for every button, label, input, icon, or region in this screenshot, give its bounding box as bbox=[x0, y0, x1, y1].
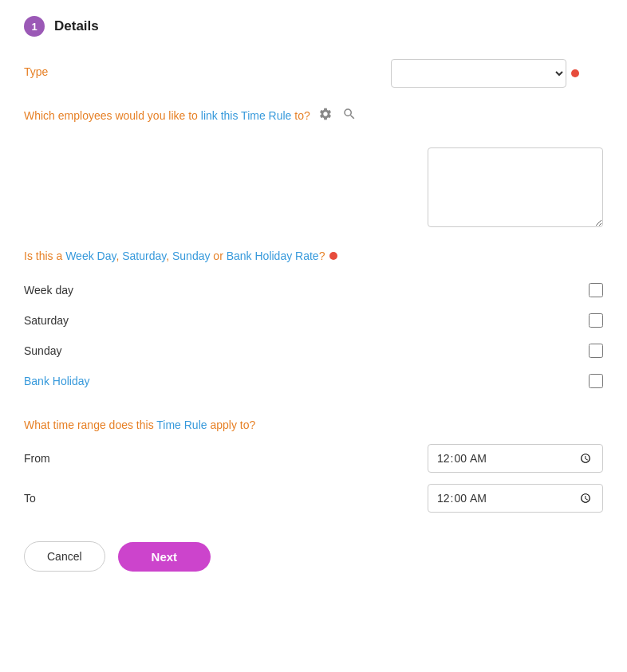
employees-question: Which employees would you like to link t… bbox=[24, 105, 603, 125]
checkboxes-group: Week day Saturday Sunday Bank Holiday bbox=[24, 275, 603, 396]
time-range-question: What time range does this Time Rule appl… bbox=[24, 419, 603, 431]
next-button[interactable]: Next bbox=[118, 542, 211, 572]
day-rate-question-text: Is this a Week Day, Saturday, Sunday or … bbox=[24, 250, 325, 262]
step-header: 1 Details bbox=[24, 16, 603, 37]
to-label: To bbox=[24, 492, 391, 505]
gear-icon bbox=[318, 107, 333, 124]
saturday-link: Saturday bbox=[122, 250, 166, 262]
bankholiday-label: Bank Holiday bbox=[24, 375, 90, 387]
employees-textarea-row bbox=[24, 147, 603, 227]
employees-question-text: Which employees would you like to link t… bbox=[24, 109, 310, 122]
button-row: Cancel Next bbox=[24, 541, 603, 572]
sunday-link: Sunday bbox=[172, 250, 210, 262]
search-icon bbox=[342, 107, 357, 124]
type-row: Type bbox=[24, 59, 603, 88]
employees-textarea[interactable] bbox=[428, 147, 603, 227]
bankholiday-checkbox[interactable] bbox=[589, 374, 603, 388]
type-control-wrap bbox=[391, 59, 603, 88]
employees-link-text: link this Time Rule bbox=[201, 109, 292, 122]
day-rate-question: Is this a Week Day, Saturday, Sunday or … bbox=[24, 250, 603, 262]
day-required-dot bbox=[329, 252, 337, 260]
step-badge: 1 bbox=[24, 16, 45, 37]
type-select[interactable] bbox=[391, 59, 566, 88]
time-range-question-text: What time range does this Time Rule appl… bbox=[24, 419, 255, 431]
time-rule-link: Time Rule bbox=[156, 419, 207, 431]
from-label: From bbox=[24, 452, 391, 465]
weekday-checkbox[interactable] bbox=[589, 283, 603, 297]
saturday-checkbox[interactable] bbox=[589, 313, 603, 328]
from-time-input[interactable] bbox=[428, 444, 603, 473]
checkbox-row-weekday: Week day bbox=[24, 275, 603, 305]
checkbox-row-bankholiday: Bank Holiday bbox=[24, 366, 603, 396]
type-label: Type bbox=[24, 59, 391, 78]
checkbox-row-sunday: Sunday bbox=[24, 336, 603, 366]
to-time-input[interactable] bbox=[428, 484, 603, 513]
bank-holiday-link: Bank Holiday Rate bbox=[227, 250, 319, 262]
page-title: Details bbox=[54, 18, 99, 34]
gear-button[interactable] bbox=[317, 105, 334, 125]
cancel-button[interactable]: Cancel bbox=[24, 541, 105, 572]
search-button[interactable] bbox=[341, 105, 358, 125]
sunday-checkbox[interactable] bbox=[589, 344, 603, 358]
weekday-label: Week day bbox=[24, 284, 73, 297]
week-day-link: Week Day bbox=[65, 250, 116, 262]
sunday-label: Sunday bbox=[24, 344, 61, 357]
time-range-section: What time range does this Time Rule appl… bbox=[24, 419, 603, 513]
checkbox-row-saturday: Saturday bbox=[24, 305, 603, 336]
from-row: From bbox=[24, 444, 603, 473]
saturday-label: Saturday bbox=[24, 314, 69, 327]
employees-section: Which employees would you like to link t… bbox=[24, 105, 603, 125]
type-required-dot bbox=[571, 69, 579, 77]
to-row: To bbox=[24, 484, 603, 513]
